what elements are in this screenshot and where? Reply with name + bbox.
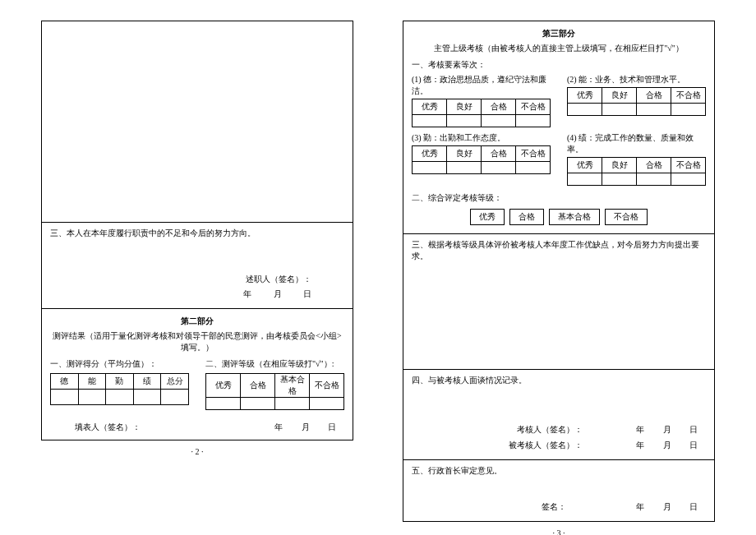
c4-bhg[interactable] <box>671 173 706 186</box>
section-self-shortcoming: 三、本人在本年度履行职责中的不足和今后的努力方向。 述职人（签名）： 年 月 日 <box>42 223 353 309</box>
grade-jbhg: 基本合格 <box>275 374 310 398</box>
grade-table: 优秀 合格 基本合格 不合格 <box>205 373 344 410</box>
c1-hg[interactable] <box>482 115 516 127</box>
c2-yx[interactable] <box>568 104 602 116</box>
section-interview: 四、与被考核人面谈情况记录。 考核人（签名）： 年 月 日 被考核人（签名）： … <box>403 370 714 460</box>
c1-lh[interactable] <box>447 115 482 127</box>
col-neng: 能 <box>78 374 106 390</box>
c1-yx[interactable] <box>413 115 447 127</box>
criterion-4: (4) 绩：完成工作的数量、质量和效率。 优秀 良好 合格 不合格 <box>567 132 706 186</box>
overall-hg[interactable]: 合格 <box>510 210 544 225</box>
part3-subtitle: 主管上级考核（由被考核人的直接主管上级填写，在相应栏目打"√"） <box>412 43 706 54</box>
score-heading: 一、测评得分（平均分值）： <box>50 358 189 370</box>
criterion-3: (3) 勤：出勤和工作态度。 优秀 良好 合格 不合格 <box>412 132 551 186</box>
date-line: 年 月 日 <box>50 287 311 302</box>
grade-hg-box[interactable] <box>241 398 275 410</box>
page-frame: 三、本人在本年度履行职责中的不足和今后的努力方向。 述职人（签名）： 年 月 日… <box>41 21 353 440</box>
c3-hg[interactable] <box>482 162 516 174</box>
overall-table: 优秀 合格 基本合格 不合格 <box>470 209 648 225</box>
part2-title: 第二部分 <box>50 316 344 327</box>
overall-yx[interactable]: 优秀 <box>471 210 505 225</box>
section-part2: 第二部分 测评结果（适用于量化测评考核和对领导干部的民意测评，由考核委员会<小组… <box>42 309 353 440</box>
score-table: 德 能 勤 绩 总分 <box>50 373 189 405</box>
col-qin: 勤 <box>106 374 134 390</box>
sec3-title: 三、本人在本年度履行职责中的不足和今后的努力方向。 <box>50 228 344 239</box>
c3-bhg[interactable] <box>516 162 551 174</box>
signature-label: 述职人（签名）： <box>50 272 311 287</box>
section-blank-top <box>42 21 353 223</box>
val-ji[interactable] <box>133 390 161 405</box>
sec4: 四、与被考核人面谈情况记录。 <box>412 375 706 386</box>
page-number-left: · 2 · <box>41 447 353 456</box>
c2-lh[interactable] <box>602 104 637 116</box>
val-neng[interactable] <box>78 390 106 405</box>
criterion-1: (1) 德：政治思想品质，遵纪守法和廉洁。 优秀 良好 合格 不合格 <box>412 74 551 127</box>
c2-bhg[interactable] <box>671 104 706 116</box>
page-number-right: · 3 · <box>403 528 715 535</box>
grade-bhg: 不合格 <box>310 374 344 398</box>
col-zong: 总分 <box>161 374 189 390</box>
part2-subtitle: 测评结果（适用于量化测评考核和对领导干部的民意测评，由考核委员会<小组>填写。） <box>50 330 344 353</box>
c1-bhg[interactable] <box>516 115 551 127</box>
grade-hg: 合格 <box>241 374 275 398</box>
grade-yx: 优秀 <box>206 374 241 398</box>
section-approval: 五、行政首长审定意见。 签名： 年 月 日 <box>403 460 714 521</box>
page-right: 第三部分 主管上级考核（由被考核人的直接主管上级填写，在相应栏目打"√"） 一、… <box>403 21 715 535</box>
grade-jbhg-box[interactable] <box>275 398 310 410</box>
date-line-2: 年 月 日 <box>274 422 336 433</box>
page-left: 三、本人在本年度履行职责中的不足和今后的努力方向。 述职人（签名）： 年 月 日… <box>41 21 353 535</box>
khr-line: 考核人（签名）： 年 月 日 <box>412 422 698 437</box>
sec5: 五、行政首长审定意见。 <box>412 465 706 477</box>
col-ji: 绩 <box>133 374 161 390</box>
c3-yx[interactable] <box>413 162 447 174</box>
c4-lh[interactable] <box>602 173 637 186</box>
val-de[interactable] <box>51 390 79 405</box>
section-part3-header: 第三部分 主管上级考核（由被考核人的直接主管上级填写，在相应栏目打"√"） 一、… <box>403 21 714 234</box>
filler-label: 填表人（签名）： <box>75 422 141 433</box>
c4-yx[interactable] <box>568 173 602 186</box>
grade-yx-box[interactable] <box>206 398 241 410</box>
part3-title: 第三部分 <box>412 28 706 39</box>
grade-bhg-box[interactable] <box>310 398 344 410</box>
sign-label: 签名： <box>542 502 566 511</box>
c2-hg[interactable] <box>637 104 671 116</box>
line1: 一、考核要素等次： <box>412 59 706 71</box>
val-zong[interactable] <box>161 390 189 405</box>
overall-jbhg[interactable]: 基本合格 <box>550 210 600 225</box>
criterion-2: (2) 能：业务、技术和管理水平。 优秀 良好 合格 不合格 <box>567 74 706 127</box>
col-de: 德 <box>51 374 79 390</box>
val-qin[interactable] <box>106 390 134 405</box>
line2: 二、综合评定考核等级： <box>412 192 706 204</box>
overall-bhg[interactable]: 不合格 <box>606 210 648 225</box>
grade-heading: 二、测评等级（在相应等级打"√"）: <box>205 358 344 370</box>
c4-hg[interactable] <box>637 173 671 186</box>
c3-lh[interactable] <box>447 162 482 174</box>
page-frame: 第三部分 主管上级考核（由被考核人的直接主管上级填写，在相应栏目打"√"） 一、… <box>403 21 715 522</box>
bkhr-line: 被考核人（签名）： 年 月 日 <box>412 437 698 453</box>
sec3-right: 三、根据考核等级具体评价被考核人本年度工作优缺点，对今后努力方向提出要求。 <box>412 239 706 262</box>
section-eval: 三、根据考核等级具体评价被考核人本年度工作优缺点，对今后努力方向提出要求。 <box>403 234 714 370</box>
